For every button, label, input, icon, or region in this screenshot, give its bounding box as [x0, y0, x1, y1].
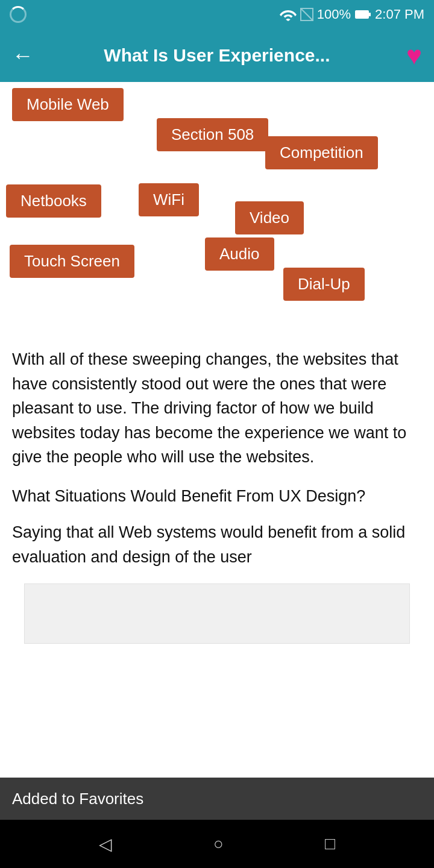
article-body: With all of these sweeping changes, the … [0, 335, 434, 662]
tag-item: Video [235, 201, 304, 234]
paragraph-1: With all of these sweeping changes, the … [12, 347, 422, 470]
tag-item: Competition [265, 136, 378, 169]
tag-item: Touch Screen [10, 245, 134, 278]
android-home-button[interactable]: ○ [213, 834, 224, 854]
tag-item: Section 508 [157, 118, 268, 151]
status-icons: 100% 2:07 PM [280, 7, 424, 22]
paragraph-2: Saying that all Web systems would benefi… [12, 520, 422, 569]
android-nav-bar: ◁ ○ □ [0, 820, 434, 868]
content-area: Mobile WebSection 508CompetitionNetbooks… [0, 82, 434, 778]
time-display: 2:07 PM [375, 7, 424, 22]
wifi-icon [280, 8, 297, 21]
section-heading: What Situations Would Benefit From UX De… [12, 484, 422, 509]
content-image [24, 583, 410, 644]
tag-item: Dial-Up [283, 268, 365, 301]
favorites-bar: Added to Favorites [0, 778, 434, 820]
signal-icon [300, 8, 313, 21]
tag-cloud: Mobile WebSection 508CompetitionNetbooks… [0, 82, 434, 335]
svg-rect-2 [355, 10, 369, 19]
page-title: What Is User Experience... [46, 45, 388, 66]
svg-line-1 [301, 8, 313, 20]
tag-item: Audio [205, 237, 274, 271]
nav-bar: ← What Is User Experience... ♥ [0, 29, 434, 82]
favorites-text: Added to Favorites [12, 790, 143, 808]
back-button[interactable]: ← [12, 45, 34, 66]
tag-item: WiFi [139, 183, 199, 216]
tag-item: Netbooks [6, 184, 101, 218]
spinner-icon [10, 6, 27, 23]
status-bar: 100% 2:07 PM [0, 0, 434, 29]
svg-rect-3 [369, 13, 371, 16]
favorite-button[interactable]: ♥ [406, 40, 422, 71]
battery-level: 100% [317, 7, 351, 22]
battery-icon [354, 8, 371, 20]
android-back-button[interactable]: ◁ [99, 834, 112, 854]
tag-item: Mobile Web [12, 88, 124, 121]
android-recent-button[interactable]: □ [325, 834, 335, 854]
